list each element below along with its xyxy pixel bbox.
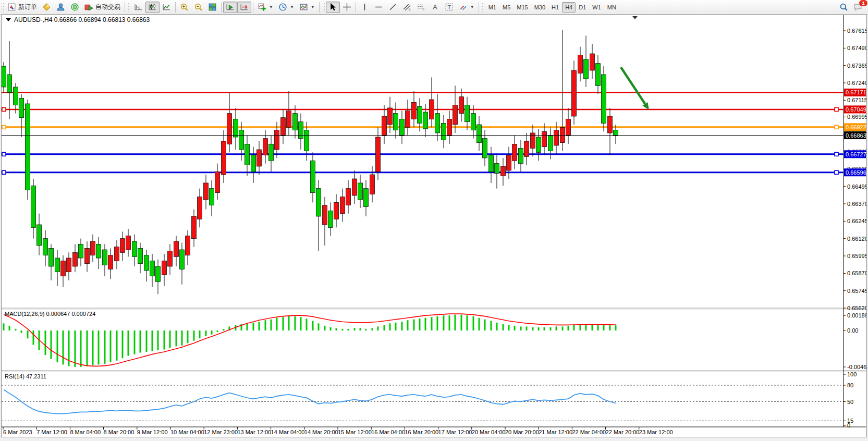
fibonacci-tool-button[interactable]: F xyxy=(414,2,428,13)
candle-body xyxy=(269,144,274,161)
candle-body xyxy=(198,197,202,219)
macd-label: MACD(12,26,9) 0.000647 0.000724 xyxy=(5,311,95,317)
candle-body xyxy=(49,248,54,266)
label-tool-button[interactable]: T xyxy=(442,2,456,13)
macd-axis-label: 0.00 xyxy=(847,327,858,334)
candle-body xyxy=(204,183,209,200)
candle-body xyxy=(418,106,422,123)
search-button[interactable] xyxy=(837,2,851,13)
svg-text:E: E xyxy=(408,7,410,11)
autotrading-button[interactable]: 自动交易 xyxy=(82,2,123,13)
periods-icon xyxy=(278,3,287,11)
timeframe-d1-button[interactable]: D1 xyxy=(576,2,589,13)
candle-body xyxy=(352,179,357,195)
hline-handle[interactable] xyxy=(835,170,838,174)
candle-body xyxy=(382,116,387,136)
community-button[interactable] xyxy=(54,2,68,13)
notifications-button[interactable]: 1 xyxy=(851,2,865,13)
price-level-label: 0.66596 xyxy=(846,169,866,176)
candle-body xyxy=(251,155,256,172)
timeframe-m15-button[interactable]: M15 xyxy=(514,2,531,13)
signals-button[interactable] xyxy=(68,2,82,13)
community-icon xyxy=(56,3,65,11)
price-axis-tick: 0.66370 xyxy=(847,201,866,207)
candle-body xyxy=(162,261,167,275)
candle-body xyxy=(560,127,565,142)
candle-body xyxy=(234,119,238,137)
arrows-tool-button[interactable]: ▼ xyxy=(456,2,477,13)
chart-window: 0.676150.674900.673650.672400.671150.669… xyxy=(1,15,867,437)
channel-tool-button[interactable]: E xyxy=(400,2,414,13)
timeframe-m30-button[interactable]: M30 xyxy=(531,2,548,13)
hline-handle[interactable] xyxy=(2,152,6,156)
candle-body xyxy=(287,111,291,127)
candlestick-chart-button[interactable] xyxy=(145,2,160,13)
zoom-out-button[interactable] xyxy=(191,2,205,13)
timeframe-m5-button[interactable]: M5 xyxy=(499,2,514,13)
crosshair-button[interactable] xyxy=(340,2,354,13)
audusd-h4-chart[interactable]: 0.676150.674900.673650.672400.671150.669… xyxy=(2,15,866,437)
templates-button[interactable]: ▼ xyxy=(297,2,317,13)
candle-body xyxy=(364,189,369,207)
bar-chart-icon xyxy=(134,3,143,11)
hline-handle[interactable] xyxy=(835,107,838,111)
candle-body xyxy=(507,155,511,170)
hline-handle[interactable] xyxy=(2,125,6,129)
candle-body xyxy=(281,118,286,136)
chart-shift-button[interactable] xyxy=(237,2,251,13)
timeframe-w1-button[interactable]: W1 xyxy=(589,2,604,13)
line-chart-icon xyxy=(162,3,171,11)
candle-body xyxy=(412,102,417,119)
metaeditor-icon xyxy=(42,3,51,11)
new-order-button[interactable]: 新订单 xyxy=(5,2,40,13)
rsi-axis-label: 100 xyxy=(847,371,857,377)
indicators-button[interactable]: ▼ xyxy=(255,2,276,13)
candle-body xyxy=(370,175,375,194)
text-tool-button[interactable]: A xyxy=(428,2,442,13)
main-toolbar: 新订单 自动交易 xyxy=(0,0,868,15)
date-axis-label: 12 Mar 23:00 xyxy=(204,429,238,435)
vertical-line-tool-button[interactable] xyxy=(358,2,372,13)
candle-body xyxy=(340,197,345,214)
hline-handle[interactable] xyxy=(835,152,838,156)
candle-body xyxy=(323,205,327,225)
periods-button[interactable]: ▼ xyxy=(276,2,297,13)
zoom-in-button[interactable] xyxy=(177,2,191,13)
hline-handle[interactable] xyxy=(835,125,838,129)
candle-body xyxy=(346,189,351,205)
date-axis-label: 16 Mar 04:00 xyxy=(371,429,405,435)
arrows-caret: ▼ xyxy=(470,5,474,9)
candle-body xyxy=(85,248,90,263)
metaeditor-button[interactable] xyxy=(40,2,54,13)
hline-handle[interactable] xyxy=(2,107,6,111)
candle-body xyxy=(103,250,107,265)
rsi-axis-label: 80 xyxy=(847,382,853,388)
mt4-window: 新订单 自动交易 xyxy=(0,0,868,441)
candle-body xyxy=(115,247,119,261)
candle-body xyxy=(192,216,197,239)
price-axis-tick: 0.67615 xyxy=(847,28,866,34)
auto-scroll-button[interactable] xyxy=(223,2,237,13)
workspace: 0.676150.674900.673650.672400.671150.669… xyxy=(0,15,868,441)
timeframe-m1-button[interactable]: M1 xyxy=(485,2,499,13)
date-axis-label: 14 Mar 04:00 xyxy=(271,429,305,435)
hline-handle[interactable] xyxy=(2,170,6,174)
chart-shift-icon xyxy=(240,3,249,11)
candle-body xyxy=(501,166,506,176)
rsi-axis-label: 0 xyxy=(847,422,850,428)
candle-body xyxy=(26,104,30,190)
bar-chart-button[interactable] xyxy=(131,2,145,13)
timeframe-mn-button[interactable]: MN xyxy=(604,2,619,13)
tile-windows-button[interactable] xyxy=(205,2,219,13)
trendline-tool-button[interactable] xyxy=(386,2,400,13)
timeframe-h4-button[interactable]: H4 xyxy=(562,2,576,13)
candle-body xyxy=(477,125,482,143)
timeframe-h1-button[interactable]: H1 xyxy=(548,2,562,13)
cursor-button[interactable] xyxy=(326,2,340,13)
horizontal-line-tool-button[interactable] xyxy=(372,2,386,13)
line-chart-button[interactable] xyxy=(160,2,174,13)
price-axis-tick: 0.65620 xyxy=(847,305,866,311)
toolbar-grip xyxy=(1,3,4,12)
candle-body xyxy=(96,244,101,258)
candle-body xyxy=(180,250,185,269)
